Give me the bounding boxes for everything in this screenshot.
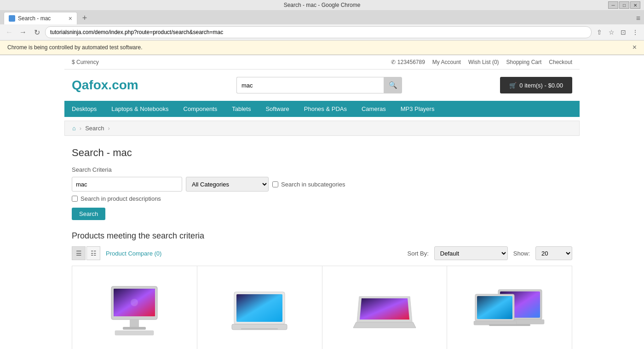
header-search-button[interactable]: 🔍: [384, 77, 402, 93]
svg-rect-8: [236, 294, 282, 322]
address-bar-row: ← → ↻ ⇧ ☆ ⊡ ⋮: [0, 24, 644, 41]
search-area: 🔍: [236, 77, 402, 93]
results-title: Products meeting the search criteria: [72, 231, 572, 241]
subcategory-checkbox[interactable]: [272, 181, 278, 187]
category-select[interactable]: All Categories Desktops Laptops & Notebo…: [186, 177, 269, 192]
sort-select[interactable]: Default Name (A - Z) Name (Z - A) Price …: [434, 246, 508, 260]
cart-icon: 🛒: [509, 82, 517, 89]
svg-marker-13: [353, 322, 416, 328]
nav-item-tablets[interactable]: Tablets: [224, 101, 258, 117]
compare-link[interactable]: Product Compare (0): [106, 250, 161, 257]
main-content: Search - mac Search Criteria All Categor…: [64, 140, 580, 349]
top-bar-inner: $ Currency ✆ 123456789 My Account Wish L…: [64, 57, 580, 67]
page-title: Search - mac: [72, 147, 572, 159]
description-checkbox[interactable]: [72, 196, 78, 202]
products-toolbar: ☰ ☷ Product Compare (0) Sort By: Default…: [72, 246, 572, 260]
window-controls: ─ □ ✕: [608, 1, 640, 9]
nav-item-phones[interactable]: Phones & PDAs: [297, 101, 354, 117]
product-card-macbook-air: MacBook Air MacBook Air is ultrathin, ul…: [322, 266, 448, 349]
cart-button[interactable]: 🛒 0 item(s) - $0.00: [500, 77, 572, 93]
macbook-air-image-area: [330, 273, 440, 347]
window-title: Search - mac - Google Chrome: [284, 2, 361, 8]
shopping-cart-link[interactable]: Shopping Cart: [506, 59, 542, 65]
imac-image: [102, 283, 167, 338]
product-card-macbook: MacBook Intel Core 2 Duo processor Power…: [197, 266, 322, 349]
macbook-image: [227, 283, 292, 338]
list-view-button[interactable]: ☰: [72, 246, 86, 260]
nav-item-mp3[interactable]: MP3 Players: [393, 101, 442, 117]
title-bar: Search - mac - Google Chrome ─ □ ✕: [0, 0, 644, 10]
grid-view-button[interactable]: ☷: [86, 246, 100, 260]
svg-rect-6: [115, 331, 154, 335]
breadcrumb-home-icon[interactable]: ⌂: [72, 125, 76, 132]
criteria-input[interactable]: [72, 177, 182, 192]
reload-button[interactable]: ↻: [31, 27, 42, 38]
address-input[interactable]: [45, 26, 592, 38]
my-account-link[interactable]: My Account: [432, 59, 461, 65]
info-bar: Chrome is being controlled by automated …: [0, 41, 644, 55]
top-bar-right: ✆ 123456789 My Account Wish List (0) Sho…: [391, 59, 572, 65]
store-wrapper: $ Currency ✆ 123456789 My Account Wish L…: [64, 55, 580, 349]
top-bar: $ Currency ✆ 123456789 My Account Wish L…: [64, 55, 580, 70]
svg-rect-18: [477, 296, 512, 319]
profile-icon[interactable]: ⊡: [618, 27, 628, 37]
product-card-imac: iMac Just when you thought iMac had ever…: [72, 266, 197, 349]
info-bar-close-button[interactable]: ×: [632, 43, 637, 52]
tab-label: Search - mac: [18, 15, 51, 22]
breadcrumb-current: Search: [85, 125, 104, 132]
nav-item-laptops[interactable]: Laptops & Notebooks: [104, 101, 176, 117]
currency-button[interactable]: $ Currency: [72, 59, 99, 65]
show-label: Show:: [513, 250, 530, 257]
nav-item-cameras[interactable]: Cameras: [354, 101, 393, 117]
sort-show-area: Sort By: Default Name (A - Z) Name (Z - …: [408, 246, 572, 260]
description-label: Search in product descriptions: [80, 195, 161, 202]
macbook-air-image: [352, 283, 417, 338]
header-search-input[interactable]: [236, 77, 384, 93]
top-bar-left: $ Currency: [72, 59, 99, 65]
tab-overflow-button[interactable]: ≡: [636, 14, 640, 23]
tab-close-button[interactable]: ×: [69, 15, 72, 22]
imac-image-area: [80, 273, 190, 347]
svg-point-3: [131, 299, 138, 306]
logo[interactable]: Qafox.com: [72, 78, 138, 93]
minimize-button[interactable]: ─: [608, 1, 618, 9]
view-toggles: ☰ ☷: [72, 246, 100, 260]
breadcrumb-separator2: ›: [108, 125, 109, 132]
search-criteria-section: Search Criteria All Categories Desktops …: [72, 166, 572, 220]
svg-rect-10: [241, 328, 278, 330]
criteria-row: All Categories Desktops Laptops & Notebo…: [72, 177, 572, 192]
macbook-image-area: [205, 273, 315, 347]
checkout-link[interactable]: Checkout: [549, 59, 572, 65]
header: Qafox.com 🔍 🛒 0 item(s) - $0.00: [64, 70, 580, 101]
wish-list-link[interactable]: Wish List (0): [468, 59, 499, 65]
svg-marker-12: [360, 298, 409, 320]
tab-favicon: [9, 15, 15, 22]
subcategory-label: Search in subcategories: [281, 181, 345, 188]
macbook-pro-image: [473, 283, 546, 338]
browser-tab[interactable]: Search - mac ×: [4, 12, 77, 24]
browser-chrome: Search - mac - Google Chrome ─ □ ✕ Searc…: [0, 0, 644, 55]
show-select[interactable]: 10 20 25 50 75 100: [535, 246, 572, 260]
search-submit-button[interactable]: Search: [72, 208, 105, 220]
nav-bar: Desktops Laptops & Notebooks Components …: [64, 101, 580, 117]
svg-rect-5: [123, 327, 146, 330]
share-icon[interactable]: ⇧: [594, 27, 604, 37]
subcategory-checkbox-label[interactable]: Search in subcategories: [272, 181, 345, 188]
new-tab-button[interactable]: +: [79, 13, 90, 24]
toolbar-icons: ⇧ ☆ ⊡ ⋮: [594, 27, 640, 37]
extension-icon[interactable]: ⋮: [630, 27, 640, 37]
phone-number: ✆ 123456789: [391, 59, 425, 65]
back-button[interactable]: ←: [4, 27, 15, 38]
nav-item-desktops[interactable]: Desktops: [64, 101, 104, 117]
sort-label: Sort By:: [408, 250, 429, 257]
description-checkbox-label[interactable]: Search in product descriptions: [72, 195, 161, 202]
nav-item-software[interactable]: Software: [258, 101, 296, 117]
restore-button[interactable]: □: [619, 1, 629, 9]
forward-button[interactable]: →: [17, 27, 29, 38]
nav-item-components[interactable]: Components: [176, 101, 225, 117]
macbook-pro-image-area: [454, 273, 564, 347]
bookmark-icon[interactable]: ☆: [606, 27, 616, 37]
cart-label: 0 item(s) - $0.00: [519, 82, 563, 89]
checkbox-row: Search in product descriptions: [72, 195, 572, 202]
close-button[interactable]: ✕: [630, 1, 640, 9]
